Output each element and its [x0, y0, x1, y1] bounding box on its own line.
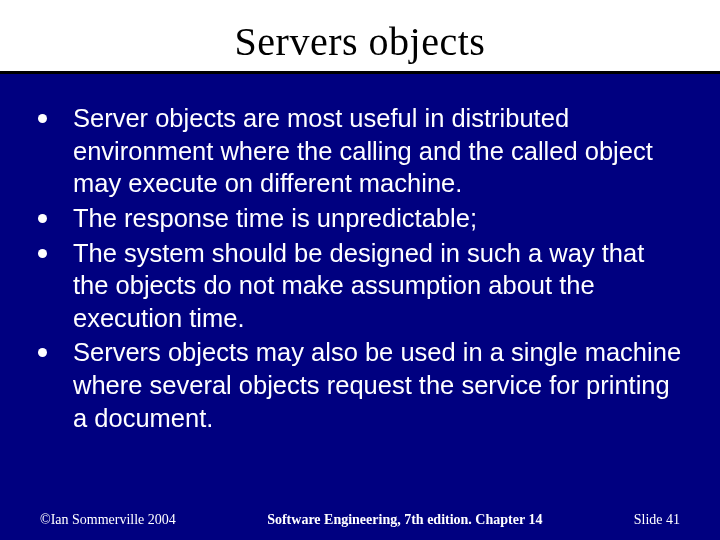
footer-right-prefix: Slide: [634, 512, 666, 527]
bullet-text: Servers objects may also be used in a si…: [73, 336, 684, 434]
footer-copyright: ©Ian Sommerville 2004: [40, 512, 176, 528]
bullet-icon: [38, 214, 47, 223]
list-item: Servers objects may also be used in a si…: [36, 336, 684, 434]
footer: ©Ian Sommerville 2004 Software Engineeri…: [0, 512, 720, 528]
list-item: Server objects are most useful in distri…: [36, 102, 684, 200]
bullet-list: Server objects are most useful in distri…: [36, 102, 684, 434]
list-item: The system should be designed in such a …: [36, 237, 684, 335]
body-area: Server objects are most useful in distri…: [0, 74, 720, 434]
title-area: Servers objects: [0, 0, 720, 74]
bullet-text: The response time is unpredictable;: [73, 202, 477, 235]
bullet-text: The system should be designed in such a …: [73, 237, 684, 335]
footer-slide-number: Slide 41: [634, 512, 680, 528]
bullet-icon: [38, 114, 47, 123]
bullet-text: Server objects are most useful in distri…: [73, 102, 684, 200]
footer-right-number: 41: [666, 512, 680, 527]
bullet-icon: [38, 348, 47, 357]
slide-title: Servers objects: [0, 18, 720, 65]
footer-center: Software Engineering, 7th edition. Chapt…: [176, 512, 634, 528]
slide: Servers objects Server objects are most …: [0, 0, 720, 540]
list-item: The response time is unpredictable;: [36, 202, 684, 235]
bullet-icon: [38, 249, 47, 258]
